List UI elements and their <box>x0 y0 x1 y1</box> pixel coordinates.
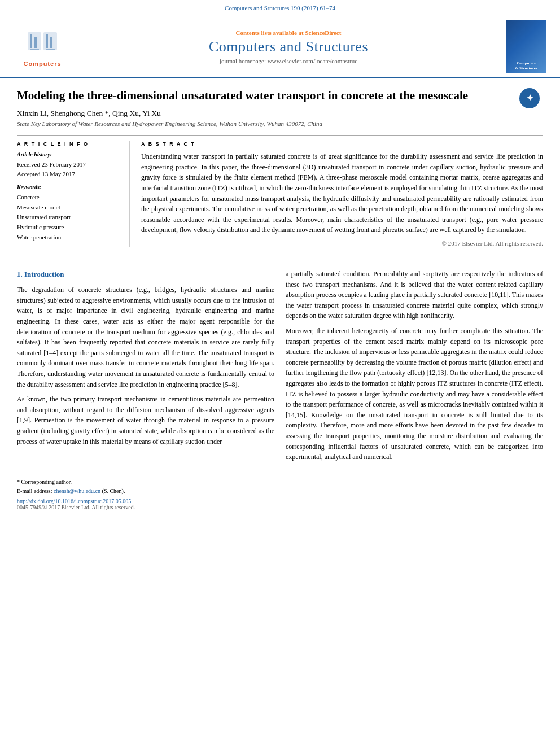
sciencedirect-label: Contents lists available at <box>236 29 304 36</box>
article-info-abstract: A R T I C L E I N F O Article history: R… <box>17 141 543 247</box>
svg-rect-7 <box>30 49 39 50</box>
body-col-left: 1. Introduction The degradation of concr… <box>17 269 274 467</box>
body-content: 1. Introduction The degradation of concr… <box>0 269 560 467</box>
keyword-item: Water penetration <box>17 233 120 243</box>
abstract-label: A B S T R A C T <box>141 141 543 147</box>
svg-rect-4 <box>34 37 37 48</box>
divider-1 <box>17 135 543 136</box>
keyword-item: Hydraulic pressure <box>17 222 120 233</box>
footnote-star-text: * Corresponding author. <box>17 479 72 485</box>
keyword-item: Concrete <box>17 193 120 203</box>
article-title-block: Modeling the three-dimensional unsaturat… <box>17 88 543 103</box>
received-date: Received 23 February 2017 <box>17 160 120 169</box>
email-suffix: (S. Chen). <box>102 488 125 494</box>
keywords-list: ConcreteMesoscale modelUnsaturated trans… <box>17 193 120 242</box>
article-info-col: A R T I C L E I N F O Article history: R… <box>17 141 130 247</box>
body-paragraph: a partially saturated condition. Permeab… <box>286 269 543 321</box>
keyword-item: Mesoscale model <box>17 203 120 213</box>
abstract-col: A B S T R A C T Understanding water tran… <box>141 141 543 247</box>
article-container: Modeling the three-dimensional unsaturat… <box>0 78 560 269</box>
email-label: E-mail address: <box>17 488 52 494</box>
abstract-text: Understanding water transport in partial… <box>141 151 543 235</box>
affiliation-text: State Key Laboratory of Water Resources … <box>17 120 322 127</box>
section1-heading: 1. Introduction <box>17 269 274 280</box>
body-col-right: a partially saturated condition. Permeab… <box>286 269 543 467</box>
journal-title: Computers and Structures <box>73 38 504 55</box>
email-link[interactable]: chensh@whu.edu.cn <box>54 488 100 494</box>
journal-header: Computers Contents lists available at Sc… <box>0 14 560 78</box>
sciencedirect-line: Contents lists available at ScienceDirec… <box>73 29 504 36</box>
history-label: Article history: <box>17 151 120 158</box>
journal-center: Contents lists available at ScienceDirec… <box>73 29 504 64</box>
sciencedirect-brand[interactable]: ScienceDirect <box>305 29 341 36</box>
svg-rect-0 <box>18 27 67 59</box>
elsevier-brand: Computers <box>23 60 61 67</box>
issn: 0045-7949/© 2017 Elsevier Ltd. All right… <box>17 504 543 510</box>
authors: Xinxin Li, Shenghong Chen *, Qing Xu, Yi… <box>17 109 543 118</box>
body-paragraph: The degradation of concrete structures (… <box>17 285 274 390</box>
article-title-text: Modeling the three-dimensional unsaturat… <box>17 89 468 102</box>
page: Computers and Structures 190 (2017) 61–7… <box>0 0 560 514</box>
affiliation: State Key Laboratory of Water Resources … <box>17 120 543 127</box>
crossmark-icon: ✦ <box>519 88 540 108</box>
svg-rect-3 <box>30 34 32 48</box>
journal-cover: Computers & Structures <box>504 20 549 73</box>
divider-2 <box>17 255 543 255</box>
keyword-item: Unsaturated transport <box>17 212 120 222</box>
crossmark: ✦ <box>519 88 543 112</box>
keywords-label: Keywords: <box>17 184 120 190</box>
body-paragraph: Moreover, the inherent heterogeneity of … <box>286 326 543 462</box>
doi-anchor[interactable]: http://dx.doi.org/10.1016/j.compstruc.20… <box>17 498 131 504</box>
svg-rect-8 <box>46 49 55 50</box>
footnote-email: E-mail address: chensh@whu.edu.cn (S. Ch… <box>17 487 543 496</box>
body-paragraph: As known, the two primary transport mech… <box>17 394 274 447</box>
footer: * Corresponding author. E-mail address: … <box>0 473 560 514</box>
elsevier-logo: Computers <box>11 27 73 67</box>
body-col2-paragraphs: a partially saturated condition. Permeab… <box>286 269 543 462</box>
top-bar: Computers and Structures 190 (2017) 61–7… <box>0 0 560 14</box>
cover-box: Computers & Structures <box>506 20 546 73</box>
journal-homepage: journal homepage: www.elsevier.com/locat… <box>73 58 504 64</box>
body-col1-paragraphs: The degradation of concrete structures (… <box>17 285 274 447</box>
journal-citation-link[interactable]: Computers and Structures 190 (2017) 61–7… <box>225 5 335 11</box>
article-info-label: A R T I C L E I N F O <box>17 141 120 147</box>
doi-link: http://dx.doi.org/10.1016/j.compstruc.20… <box>17 498 543 504</box>
footnote-star: * Corresponding author. <box>17 478 543 487</box>
authors-text: Xinxin Li, Shenghong Chen *, Qing Xu, Yi… <box>17 109 161 117</box>
accepted-date: Accepted 13 May 2017 <box>17 169 120 179</box>
svg-rect-5 <box>46 34 48 48</box>
elsevier-logo-icon <box>18 27 67 59</box>
svg-rect-6 <box>50 37 53 48</box>
copyright: © 2017 Elsevier Ltd. All rights reserved… <box>141 240 543 247</box>
homepage-label: journal homepage: www.elsevier.com/locat… <box>220 58 357 64</box>
cover-box-title: Computers & Structures <box>515 61 537 71</box>
